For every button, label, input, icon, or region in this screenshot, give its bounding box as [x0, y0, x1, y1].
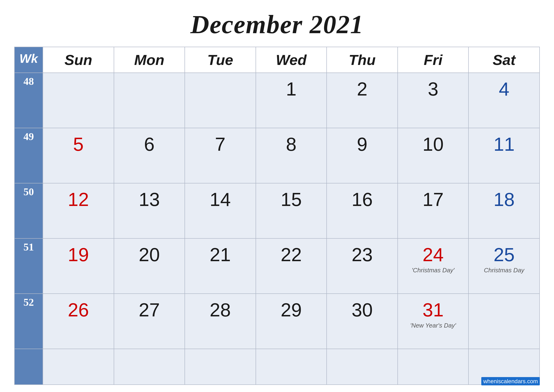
- day-cell: 16: [327, 183, 398, 238]
- week-number: [14, 349, 43, 385]
- week-row: 51192021222324'Christmas Day'25Christmas…: [14, 238, 540, 294]
- day-cell: 7: [185, 128, 256, 183]
- day-number: 28: [188, 299, 252, 321]
- day-number: 18: [472, 189, 536, 210]
- day-cell: 19: [43, 238, 114, 294]
- day-number: 6: [118, 133, 181, 155]
- day-cell: [398, 349, 469, 385]
- day-number: 16: [330, 189, 394, 210]
- fri-header: Fri: [398, 47, 469, 73]
- day-number: 3: [402, 78, 465, 100]
- day-cell: 27: [114, 294, 185, 349]
- day-number: 25: [472, 244, 536, 266]
- day-cell: 21: [185, 238, 256, 294]
- day-cell: 1: [256, 73, 327, 128]
- wed-header: Wed: [256, 47, 327, 73]
- day-cell: 8: [256, 128, 327, 183]
- day-number: 9: [330, 133, 394, 155]
- week-row: 52262728293031'New Year's Day': [14, 294, 540, 349]
- day-cell: 31'New Year's Day': [398, 294, 469, 349]
- mon-header: Mon: [114, 47, 185, 73]
- day-cell: 2: [327, 73, 398, 128]
- day-number: 12: [47, 189, 110, 210]
- day-cell: 15: [256, 183, 327, 238]
- day-cell: 26: [43, 294, 114, 349]
- day-number: 15: [260, 189, 323, 210]
- day-number: 22: [260, 244, 323, 266]
- day-cell: [114, 349, 185, 385]
- week-row: 481234: [14, 73, 540, 128]
- week-number: 49: [14, 128, 43, 183]
- day-cell: [256, 349, 327, 385]
- day-number: 4: [472, 78, 536, 100]
- day-cell: [185, 73, 256, 128]
- day-cell: 12: [43, 183, 114, 238]
- sun-header: Sun: [43, 47, 114, 73]
- day-number: 30: [330, 299, 394, 321]
- day-cell: 18: [469, 183, 540, 238]
- day-cell: 28: [185, 294, 256, 349]
- day-cell: 22: [256, 238, 327, 294]
- day-number: 11: [472, 133, 536, 155]
- day-cell: [327, 349, 398, 385]
- day-cell: 11: [469, 128, 540, 183]
- day-number: 2: [330, 78, 394, 100]
- day-cell: 4: [469, 73, 540, 128]
- holiday-label: 'Christmas Day': [402, 267, 465, 274]
- day-cell: 3: [398, 73, 469, 128]
- tue-header: Tue: [185, 47, 256, 73]
- day-number: 31: [402, 299, 465, 321]
- day-cell: 13: [114, 183, 185, 238]
- day-number: 7: [188, 133, 252, 155]
- day-number: 1: [260, 78, 323, 100]
- day-number: 8: [260, 133, 323, 155]
- day-cell: [185, 349, 256, 385]
- watermark: wheniscalendars.com: [481, 378, 540, 385]
- wk-header: Wk: [14, 47, 43, 73]
- week-row: 5012131415161718: [14, 183, 540, 238]
- week-number: 48: [14, 73, 43, 128]
- page-title: December 2021: [190, 9, 364, 40]
- day-number: 27: [118, 299, 181, 321]
- day-cell: [114, 73, 185, 128]
- day-number: 19: [47, 244, 110, 266]
- day-cell: 10: [398, 128, 469, 183]
- day-number: 23: [330, 244, 394, 266]
- day-cell: 23: [327, 238, 398, 294]
- day-number: 5: [47, 133, 110, 155]
- day-cell: [43, 349, 114, 385]
- day-number: 29: [260, 299, 323, 321]
- header-row: Wk Sun Mon Tue Wed Thu Fri Sat: [14, 47, 540, 73]
- day-number: 20: [118, 244, 181, 266]
- thu-header: Thu: [327, 47, 398, 73]
- day-number: 17: [402, 189, 465, 210]
- day-cell: 30: [327, 294, 398, 349]
- day-cell: [469, 294, 540, 349]
- day-number: 24: [402, 244, 465, 266]
- day-number: 14: [188, 189, 252, 210]
- sat-header: Sat: [469, 47, 540, 73]
- week-row: [14, 349, 540, 385]
- day-number: 26: [47, 299, 110, 321]
- holiday-label: Christmas Day: [472, 267, 536, 274]
- day-cell: [43, 73, 114, 128]
- day-cell: 29: [256, 294, 327, 349]
- day-cell: 17: [398, 183, 469, 238]
- week-row: 49567891011: [14, 128, 540, 183]
- week-number: 50: [14, 183, 43, 238]
- day-cell: 20: [114, 238, 185, 294]
- day-cell: 24'Christmas Day': [398, 238, 469, 294]
- day-cell: 5: [43, 128, 114, 183]
- week-number: 51: [14, 238, 43, 294]
- day-cell: 9: [327, 128, 398, 183]
- week-number: 52: [14, 294, 43, 349]
- day-number: 10: [402, 133, 465, 155]
- day-cell: 14: [185, 183, 256, 238]
- day-cell: 25Christmas Day: [469, 238, 540, 294]
- day-cell: 6: [114, 128, 185, 183]
- holiday-label: 'New Year's Day': [402, 322, 465, 329]
- day-number: 13: [118, 189, 181, 210]
- calendar-table: Wk Sun Mon Tue Wed Thu Fri Sat 481234495…: [14, 47, 540, 385]
- day-number: 21: [188, 244, 252, 266]
